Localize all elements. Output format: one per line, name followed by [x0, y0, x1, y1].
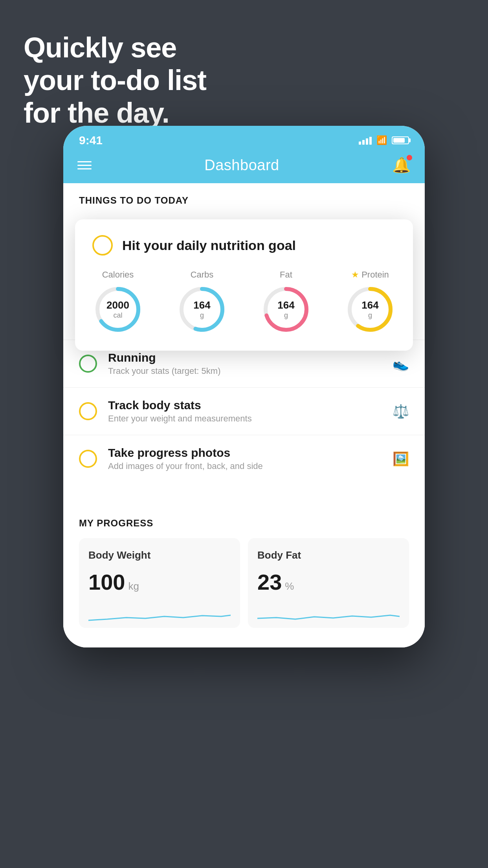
calories-donut: 2000 cal [92, 284, 143, 335]
todo-circle-body-stats [79, 402, 97, 420]
battery-icon [392, 136, 409, 144]
body-weight-chart [88, 603, 231, 626]
body-fat-unit: % [285, 580, 294, 592]
progress-cards-row: Body Weight 100 kg Body Fat 23 % [79, 538, 409, 628]
todo-title-body-stats: Track body stats [108, 399, 382, 412]
battery-fill [393, 138, 405, 143]
todo-item-body-stats[interactable]: Track body stats Enter your weight and m… [63, 387, 425, 435]
fat-donut: 164 g [261, 284, 312, 335]
headline: Quickly see your to-do list for the day. [24, 31, 206, 129]
protein-value: 164 [361, 299, 378, 311]
calories-unit: cal [113, 311, 122, 319]
headline-line1: Quickly see [24, 32, 176, 63]
nutrition-item-carbs: Carbs 164 g [176, 270, 227, 335]
protein-star-icon: ★ [351, 270, 359, 280]
hamburger-menu-button[interactable] [77, 161, 92, 169]
todo-sub-running: Track your stats (target: 5km) [108, 366, 382, 376]
status-icons: 📶 [359, 135, 409, 145]
todo-title-running: Running [108, 351, 382, 364]
todo-title-photos: Take progress photos [108, 446, 382, 460]
nutrition-card: Hit your daily nutrition goal Calories 2… [75, 219, 413, 351]
gap-spacer [63, 482, 425, 502]
todo-circle-running [79, 355, 97, 373]
notification-bell-button[interactable]: 🔔 [392, 156, 411, 174]
hamburger-line2 [77, 165, 92, 166]
body-fat-value-row: 23 % [257, 569, 400, 595]
protein-donut: 164 g [345, 284, 396, 335]
protein-unit: g [368, 311, 372, 319]
things-to-do-section-title: THINGS TO DO TODAY [63, 195, 425, 214]
phone-frame: 9:41 📶 Dashboard 🔔 THINGS [63, 126, 425, 647]
status-time: 9:41 [79, 134, 103, 147]
nutrition-circles-row: Calories 2000 cal Carbs [92, 270, 396, 335]
scale-icon: ⚖️ [393, 403, 409, 419]
signal-bar-2 [362, 140, 365, 145]
todo-list: Running Track your stats (target: 5km) 👟… [63, 340, 425, 482]
signal-bar-1 [359, 142, 361, 145]
status-bar: 9:41 📶 [63, 126, 425, 149]
signal-bar-3 [366, 138, 368, 145]
headline-line3: for the day. [24, 97, 169, 129]
nutrition-item-protein: ★ Protein 164 g [345, 270, 396, 335]
headline-line2: your to-do list [24, 64, 206, 96]
photo-icon: 🖼️ [393, 451, 409, 467]
todo-item-photos[interactable]: Take progress photos Add images of your … [63, 435, 425, 482]
body-fat-card-title: Body Fat [257, 549, 400, 561]
signal-bar-4 [369, 137, 372, 145]
body-weight-unit: kg [128, 580, 139, 592]
calories-label: Calories [102, 270, 134, 280]
bottom-spacer [63, 628, 425, 647]
carbs-value: 164 [193, 299, 210, 311]
carbs-label: Carbs [191, 270, 214, 280]
body-weight-card-title: Body Weight [88, 549, 231, 561]
nutrition-check-circle[interactable] [92, 235, 113, 256]
body-fat-value: 23 [257, 569, 282, 595]
progress-card-body-fat[interactable]: Body Fat 23 % [248, 538, 409, 628]
calories-value: 2000 [106, 299, 129, 311]
hamburger-line3 [77, 168, 92, 169]
protein-label: Protein [361, 270, 389, 280]
todo-sub-photos: Add images of your front, back, and side [108, 461, 382, 471]
notification-dot [407, 155, 412, 160]
fat-label: Fat [280, 270, 292, 280]
fat-value: 164 [277, 299, 294, 311]
signal-bars-icon [359, 136, 372, 145]
hamburger-line1 [77, 161, 92, 162]
nutrition-item-fat: Fat 164 g [261, 270, 312, 335]
todo-text-photos: Take progress photos Add images of your … [108, 446, 382, 471]
todo-text-body-stats: Track body stats Enter your weight and m… [108, 399, 382, 424]
header-title: Dashboard [204, 157, 279, 174]
carbs-donut: 164 g [176, 284, 227, 335]
nutrition-card-header: Hit your daily nutrition goal [92, 235, 396, 256]
body-fat-chart [257, 603, 400, 626]
fat-unit: g [284, 311, 288, 319]
app-header: Dashboard 🔔 [63, 149, 425, 183]
progress-section: MY PROGRESS Body Weight 100 kg Body Fat [63, 502, 425, 628]
todo-circle-photos [79, 450, 97, 468]
body-weight-value-row: 100 kg [88, 569, 231, 595]
nutrition-card-title: Hit your daily nutrition goal [122, 238, 296, 253]
running-shoe-icon: 👟 [393, 356, 409, 371]
protein-label-row: ★ Protein [351, 270, 389, 280]
body-weight-value: 100 [88, 569, 125, 595]
progress-card-body-weight[interactable]: Body Weight 100 kg [79, 538, 240, 628]
todo-text-running: Running Track your stats (target: 5km) [108, 351, 382, 376]
wifi-icon: 📶 [376, 135, 387, 145]
nutrition-item-calories: Calories 2000 cal [92, 270, 143, 335]
todo-sub-body-stats: Enter your weight and measurements [108, 414, 382, 424]
progress-section-title: MY PROGRESS [79, 518, 409, 529]
carbs-unit: g [200, 311, 204, 319]
